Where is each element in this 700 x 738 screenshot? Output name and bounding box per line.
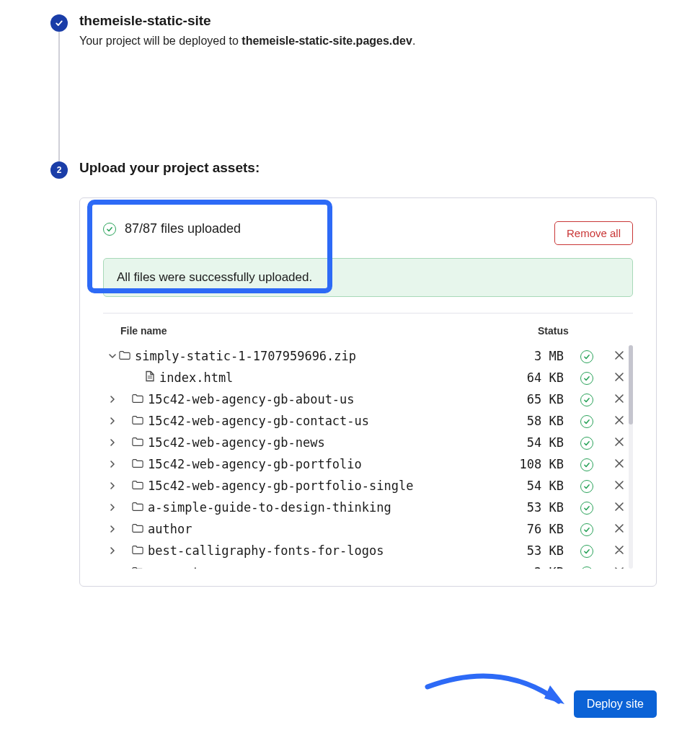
success-banner: All files were successfully uploaded. bbox=[103, 258, 633, 297]
file-name: best-calligraphy-fonts-for-logos bbox=[148, 541, 384, 560]
file-name: simply-static-1-1707959696.zip bbox=[135, 347, 356, 365]
file-row: comments 2 KB bbox=[103, 561, 633, 569]
file-size: 2 KB bbox=[492, 563, 564, 569]
folder-icon bbox=[132, 455, 148, 474]
col-header-status: Status bbox=[538, 325, 624, 337]
file-name: 15c42-web-agency-gb-contact-us bbox=[148, 412, 369, 430]
file-row: 15c42-web-agency-gb-news 54 KB bbox=[103, 432, 633, 453]
file-name: a-simple-guide-to-design-thinking bbox=[148, 498, 391, 517]
chevron-right-icon[interactable] bbox=[106, 476, 119, 495]
folder-icon bbox=[132, 520, 148, 538]
file-row: simply-static-1-1707959696.zip 3 MB bbox=[103, 345, 633, 367]
file-name: author bbox=[148, 520, 192, 538]
scrollbar-track[interactable] bbox=[629, 345, 633, 569]
chevron-right-icon[interactable] bbox=[106, 455, 119, 474]
folder-icon bbox=[132, 476, 148, 495]
file-remove-button[interactable] bbox=[595, 433, 624, 452]
file-remove-button[interactable] bbox=[595, 412, 624, 430]
folder-icon bbox=[132, 563, 148, 569]
file-size: 76 KB bbox=[492, 520, 564, 538]
step1-title: themeisle-static-site bbox=[79, 13, 657, 29]
step1-desc-suffix: . bbox=[412, 35, 415, 47]
file-remove-button[interactable] bbox=[595, 476, 624, 495]
file-icon bbox=[145, 368, 159, 387]
file-name: index.html bbox=[159, 368, 233, 387]
file-size: 54 KB bbox=[492, 433, 564, 452]
file-size: 54 KB bbox=[492, 476, 564, 495]
file-remove-button[interactable] bbox=[595, 563, 624, 569]
file-status-icon bbox=[578, 347, 595, 365]
file-size: 53 KB bbox=[492, 541, 564, 560]
file-name: 15c42-web-agency-gb-portfolio-single bbox=[148, 476, 413, 495]
folder-icon bbox=[132, 433, 148, 452]
step2-title: Upload your project assets: bbox=[79, 160, 657, 176]
file-size: 3 MB bbox=[492, 347, 564, 365]
file-name: 15c42-web-agency-gb-about-us bbox=[148, 390, 355, 409]
remove-all-button[interactable]: Remove all bbox=[554, 221, 633, 245]
arrow-icon bbox=[422, 667, 573, 717]
step1-desc-prefix: Your project will be deployed to bbox=[79, 35, 242, 47]
step2-number: 2 bbox=[57, 165, 62, 175]
folder-icon bbox=[132, 390, 148, 409]
file-remove-button[interactable] bbox=[595, 368, 624, 387]
file-size: 65 KB bbox=[492, 390, 564, 409]
step2-indicator: 2 bbox=[50, 161, 68, 179]
file-size: 53 KB bbox=[492, 498, 564, 517]
file-row: a-simple-guide-to-design-thinking 53 KB bbox=[103, 497, 633, 518]
col-header-filename: File name bbox=[120, 325, 538, 337]
file-remove-button[interactable] bbox=[595, 541, 624, 560]
folder-icon bbox=[132, 498, 148, 517]
file-status-icon bbox=[578, 476, 595, 495]
scrollbar-thumb[interactable] bbox=[629, 345, 633, 424]
folder-icon bbox=[119, 347, 135, 365]
file-row: index.html 64 KB bbox=[103, 367, 633, 388]
file-row: best-calligraphy-fonts-for-logos 53 KB bbox=[103, 540, 633, 561]
file-row: 15c42-web-agency-gb-portfolio108 KB bbox=[103, 453, 633, 475]
upload-status: 87/87 files uploaded bbox=[103, 221, 241, 236]
upload-panel: 87/87 files uploaded Remove all All file… bbox=[79, 197, 657, 587]
step1-indicator bbox=[50, 14, 68, 32]
chevron-right-icon[interactable] bbox=[106, 520, 119, 538]
file-row: 15c42-web-agency-gb-about-us 65 KB bbox=[103, 388, 633, 410]
file-remove-button[interactable] bbox=[595, 520, 624, 538]
file-remove-button[interactable] bbox=[595, 455, 624, 474]
deploy-site-button[interactable]: Deploy site bbox=[574, 690, 657, 718]
file-status-icon bbox=[578, 498, 595, 517]
chevron-right-icon[interactable] bbox=[106, 498, 119, 517]
chevron-right-icon[interactable] bbox=[106, 433, 119, 452]
checkmark-icon bbox=[55, 19, 63, 27]
file-status-icon bbox=[578, 541, 595, 560]
step-connector-line bbox=[58, 32, 60, 173]
file-remove-button[interactable] bbox=[595, 498, 624, 517]
chevron-right-icon[interactable] bbox=[106, 563, 119, 569]
file-size: 64 KB bbox=[492, 368, 564, 387]
file-name: 15c42-web-agency-gb-news bbox=[148, 433, 325, 452]
step1-description: Your project will be deployed to themeis… bbox=[79, 35, 657, 48]
folder-icon bbox=[132, 541, 148, 560]
file-size: 58 KB bbox=[492, 412, 564, 430]
step1-desc-domain: themeisle-static-site.pages.dev bbox=[242, 35, 412, 47]
upload-status-text: 87/87 files uploaded bbox=[125, 221, 241, 236]
file-status-icon bbox=[578, 390, 595, 409]
file-table: File name Status simply-static-1-1707959… bbox=[103, 313, 633, 569]
file-status-icon bbox=[578, 520, 595, 538]
check-circle-icon bbox=[103, 223, 116, 236]
folder-icon bbox=[132, 412, 148, 430]
file-status-icon bbox=[578, 433, 595, 452]
file-row: 15c42-web-agency-gb-portfolio-single 54 … bbox=[103, 475, 633, 497]
chevron-right-icon[interactable] bbox=[106, 541, 119, 560]
file-status-icon bbox=[578, 412, 595, 430]
file-size: 108 KB bbox=[492, 455, 564, 474]
chevron-down-icon[interactable] bbox=[106, 347, 119, 365]
chevron-right-icon[interactable] bbox=[106, 390, 119, 409]
file-remove-button[interactable] bbox=[595, 347, 624, 365]
file-status-icon bbox=[578, 455, 595, 474]
file-row: 15c42-web-agency-gb-contact-us 58 KB bbox=[103, 410, 633, 432]
file-row: author 76 KB bbox=[103, 518, 633, 540]
chevron-right-icon[interactable] bbox=[106, 412, 119, 430]
file-name: 15c42-web-agency-gb-portfolio bbox=[148, 455, 362, 474]
file-remove-button[interactable] bbox=[595, 390, 624, 409]
file-name: comments bbox=[148, 563, 207, 569]
file-status-icon bbox=[578, 368, 595, 387]
file-status-icon bbox=[578, 563, 595, 569]
